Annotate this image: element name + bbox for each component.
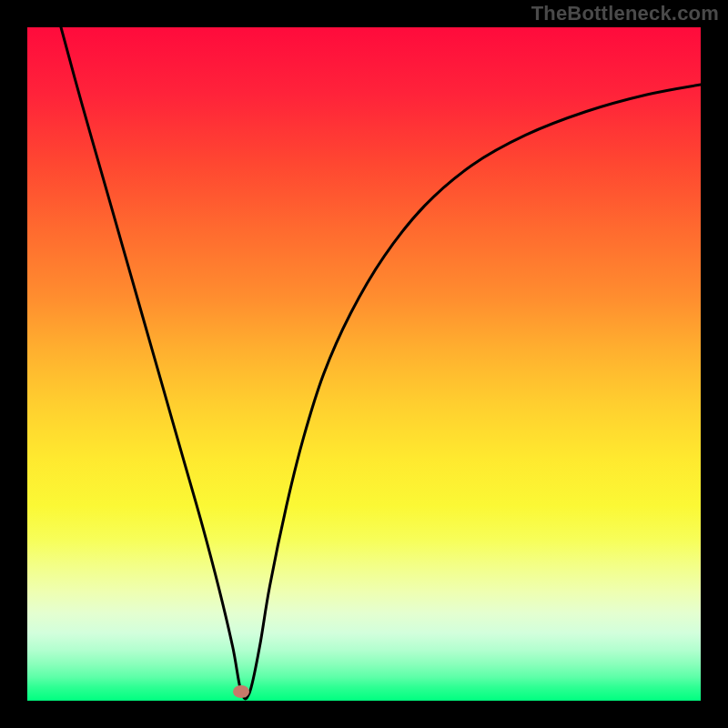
plot-area (27, 27, 701, 701)
watermark-label: TheBottleneck.com (531, 2, 719, 25)
minimum-marker (233, 685, 249, 698)
bottleneck-curve (27, 27, 701, 701)
chart-frame: TheBottleneck.com (0, 0, 728, 728)
